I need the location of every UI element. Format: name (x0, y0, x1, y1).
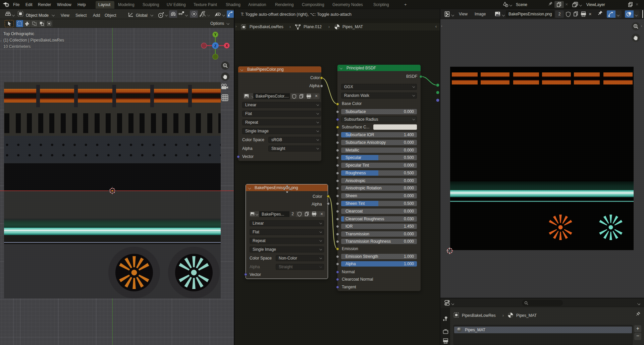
svg-text:Y: Y (214, 33, 217, 37)
svg-text:X: X (226, 44, 228, 48)
svg-text:Z: Z (214, 44, 217, 48)
